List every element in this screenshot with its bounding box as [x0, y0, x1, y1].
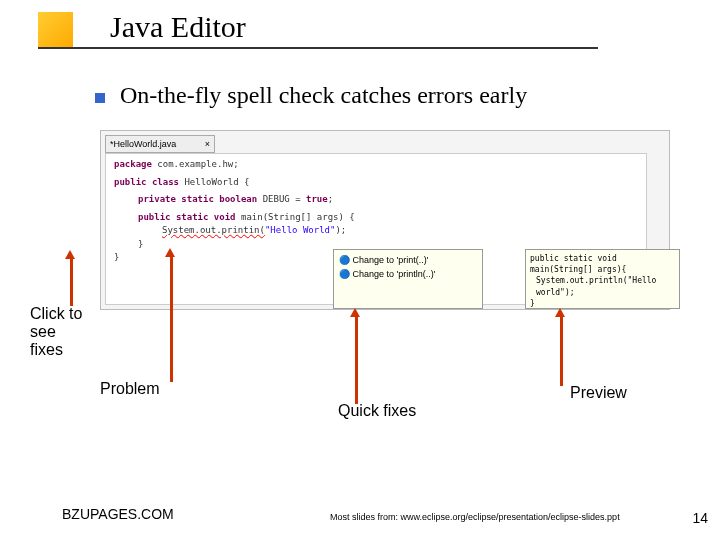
arrow-head-icon — [555, 308, 565, 317]
arrow-head-icon — [165, 248, 175, 257]
annotation-quick-fixes: Quick fixes — [338, 402, 416, 420]
preview-popup: public static void main(String[] args){ … — [525, 249, 680, 309]
title-underline — [38, 47, 598, 49]
quickfix-item: 🔵 Change to 'print(..)' — [339, 253, 477, 267]
editor-tab: *HelloWorld.java × — [105, 135, 215, 153]
arrow-head-icon — [350, 308, 360, 317]
arrow — [355, 314, 358, 404]
quickfix-popup: 🔵 Change to 'print(..)' 🔵 Change to 'pri… — [333, 249, 483, 309]
arrow-head-icon — [65, 250, 75, 259]
arrow — [70, 256, 73, 306]
quickfix-item: 🔵 Change to 'println(..)' — [339, 267, 477, 281]
arrow — [560, 314, 563, 386]
annotation-problem: Problem — [100, 380, 160, 398]
preview-line: } — [530, 298, 675, 309]
footer-left: BZUPAGES.COM — [62, 506, 174, 522]
annotation-preview: Preview — [570, 384, 627, 402]
tab-label: *HelloWorld.java — [110, 139, 176, 149]
accent-square — [38, 12, 73, 47]
footer-attribution: Most slides from: www.eclipse.org/eclips… — [330, 512, 620, 522]
preview-line: public static void main(String[] args){ — [530, 253, 675, 275]
body-text: On-the-fly spell check catches errors ea… — [120, 82, 527, 109]
annotation-click-to-see-fixes: Click to see fixes — [30, 305, 90, 359]
preview-line: System.out.println("Hello world"); — [530, 275, 675, 297]
slide-title: Java Editor — [110, 10, 246, 44]
bullet-icon — [95, 93, 105, 103]
close-icon: × — [205, 139, 210, 149]
arrow — [170, 254, 173, 382]
page-number: 14 — [692, 510, 708, 526]
